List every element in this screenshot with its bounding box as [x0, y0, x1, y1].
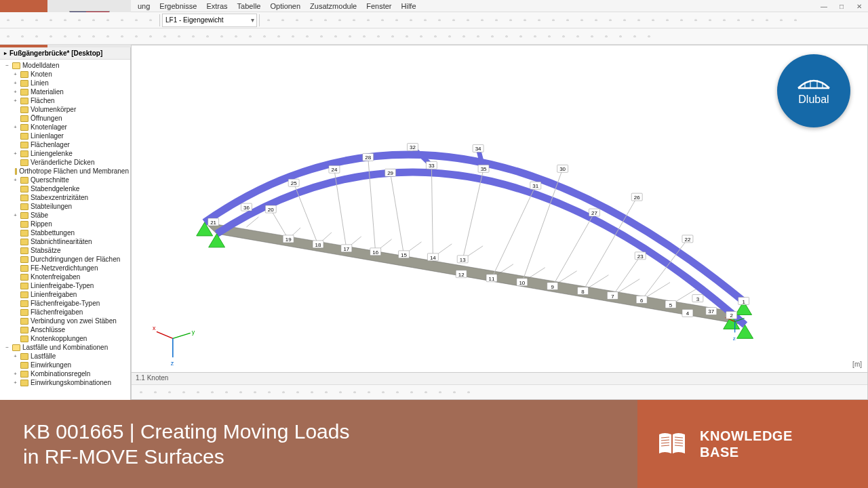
toolbar-button[interactable]	[30, 14, 43, 27]
tree-item[interactable]: Linienfreigaben	[0, 290, 130, 299]
toolbar-button[interactable]	[163, 386, 176, 399]
tree-item[interactable]: +Stäbe	[0, 211, 130, 220]
toolbar-button[interactable]	[304, 14, 318, 27]
toolbar-button[interactable]	[774, 14, 788, 27]
toolbar-button[interactable]	[248, 386, 262, 399]
toolbar-button[interactable]	[614, 30, 627, 43]
toolbar-button[interactable]	[149, 386, 162, 399]
toolbar-button[interactable]	[386, 30, 399, 43]
toolbar-button[interactable]	[585, 30, 599, 43]
tree-item[interactable]: Verbindung von zwei Stäben	[0, 317, 130, 325]
toolbar-button[interactable]	[376, 14, 389, 27]
maximize-button[interactable]: □	[833, 0, 850, 12]
menu-item[interactable]: Fenster	[362, 1, 395, 12]
toolbar-button[interactable]	[30, 30, 43, 43]
toolbar-button[interactable]	[404, 14, 418, 27]
menu-item[interactable]: Tabelle	[233, 1, 265, 12]
toolbar-button[interactable]	[215, 30, 229, 43]
toolbar-button[interactable]	[258, 30, 271, 43]
toolbar-button[interactable]	[220, 386, 233, 399]
loadcase-combo[interactable]: LF1 - Eigengewicht	[162, 14, 257, 27]
toolbar-button[interactable]	[547, 14, 560, 27]
toolbar-button[interactable]	[73, 14, 86, 27]
toolbar-button[interactable]	[87, 14, 100, 27]
toolbar-button[interactable]	[571, 30, 585, 43]
toolbar-button[interactable]	[262, 14, 275, 27]
toolbar-button[interactable]	[229, 30, 243, 43]
toolbar-button[interactable]	[760, 14, 774, 27]
toolbar-button[interactable]	[542, 30, 556, 43]
tree-item[interactable]: +Kombinationsregeln	[0, 369, 130, 378]
tree-item[interactable]: −Modelldaten	[0, 61, 130, 70]
toolbar-button[interactable]	[732, 14, 745, 27]
tree-item[interactable]: +Linien	[0, 79, 130, 87]
tree-item[interactable]: +Querschnitte	[0, 176, 130, 184]
toolbar-button[interactable]	[144, 30, 157, 43]
tree-item[interactable]: Volumenkörper	[0, 105, 130, 114]
toolbar-button[interactable]	[642, 30, 656, 43]
toolbar-button[interactable]	[44, 30, 58, 43]
tree-item[interactable]: Orthotrope Flächen und Membranen	[0, 167, 130, 176]
table-panel-title[interactable]: 1.1 Knoten	[132, 372, 867, 384]
toolbar-button[interactable]	[557, 30, 570, 43]
toolbar-button[interactable]	[272, 30, 285, 43]
toolbar-button[interactable]	[660, 14, 674, 27]
toolbar-button[interactable]	[262, 386, 276, 399]
toolbar-button[interactable]	[575, 14, 589, 27]
tree-item[interactable]: Flächenlager	[0, 140, 130, 149]
tree-item[interactable]: FE-Netzverdichtungen	[0, 264, 130, 272]
toolbar-button[interactable]	[528, 30, 542, 43]
tree-item[interactable]: Stabbettungen	[0, 228, 130, 237]
toolbar-button[interactable]	[115, 30, 129, 43]
menu-item[interactable]: Zusatzmodule	[306, 1, 361, 12]
toolbar-button[interactable]	[334, 386, 347, 399]
tree-item[interactable]: Flächenfreigaben	[0, 308, 130, 317]
toolbar-button[interactable]	[158, 30, 172, 43]
toolbar-button[interactable]	[348, 386, 361, 399]
toolbar-button[interactable]	[87, 30, 100, 43]
toolbar-button[interactable]	[418, 14, 432, 27]
menu-item[interactable]: Optionen	[266, 1, 304, 12]
toolbar-button[interactable]	[286, 30, 300, 43]
tree-item[interactable]: Öffnungen	[0, 114, 130, 123]
menu-item[interactable]: Extras	[202, 1, 231, 12]
tree-item[interactable]: Durchdringungen der Flächen	[0, 255, 130, 264]
toolbar-button[interactable]	[532, 14, 546, 27]
tree-item[interactable]: Stabnichtlinearitäten	[0, 237, 130, 246]
tree-item[interactable]: Stabendgelenke	[0, 184, 130, 193]
toolbar-button[interactable]	[357, 30, 371, 43]
toolbar-button[interactable]	[604, 14, 617, 27]
toolbar-button[interactable]	[58, 30, 72, 43]
toolbar-button[interactable]	[1, 14, 15, 27]
tree-item[interactable]: Linienfreigabe-Typen	[0, 281, 130, 290]
toolbar-button[interactable]	[486, 30, 499, 43]
toolbar-button[interactable]	[134, 386, 148, 399]
close-button[interactable]: ✕	[850, 0, 868, 12]
toolbar-button[interactable]	[333, 14, 347, 27]
toolbar-button[interactable]	[599, 30, 613, 43]
tree-item[interactable]: Veränderliche Dicken	[0, 158, 130, 167]
tree-item[interactable]: Rippen	[0, 220, 130, 228]
project-title[interactable]: Fußgängerbrücke* [Desktop]	[0, 47, 130, 60]
menu-item[interactable]: Hilfe	[397, 1, 420, 12]
toolbar-button[interactable]	[186, 30, 200, 43]
toolbar-button[interactable]	[172, 30, 186, 43]
model-viewport[interactable]: x y z	[131, 45, 868, 400]
tree-item[interactable]: Knotenfreigaben	[0, 272, 130, 281]
tree-item[interactable]: Anschlüsse	[0, 325, 130, 334]
minimize-button[interactable]: —	[815, 0, 833, 12]
toolbar-button[interactable]	[101, 30, 115, 43]
toolbar-button[interactable]	[391, 386, 404, 399]
toolbar-button[interactable]	[290, 14, 304, 27]
toolbar-button[interactable]	[362, 386, 376, 399]
toolbar-button[interactable]	[789, 14, 802, 27]
tree-item[interactable]: +Knotenlager	[0, 123, 130, 131]
toolbar-button[interactable]	[243, 30, 257, 43]
toolbar-button[interactable]	[746, 14, 760, 27]
toolbar-button[interactable]	[514, 30, 528, 43]
toolbar-button[interactable]	[276, 14, 290, 27]
tree-item[interactable]: +Materialien	[0, 87, 130, 96]
tree-item[interactable]: +Lastfälle	[0, 352, 130, 361]
toolbar-button[interactable]	[205, 386, 219, 399]
toolbar-button[interactable]	[443, 30, 456, 43]
